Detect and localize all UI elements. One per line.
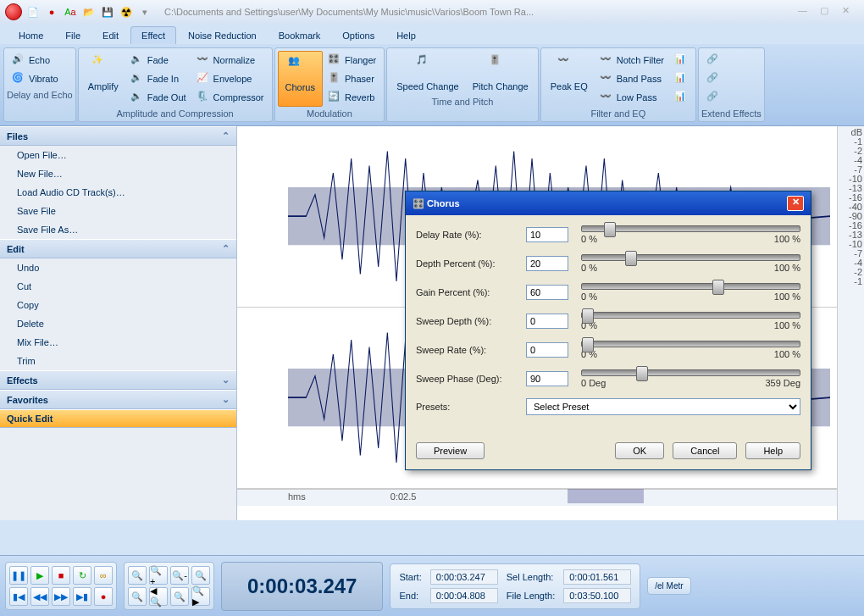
zoom-default-button[interactable]: 🔍 [170,587,189,606]
tab-home[interactable]: Home [8,27,53,44]
tab-options[interactable]: Options [332,27,385,44]
sidebar-open-file[interactable]: Open File… [0,146,236,164]
fade-out-button[interactable]: 🔈Fade Out [125,88,191,107]
play-loop-button[interactable]: ↻ [73,566,91,585]
zoom-out-button[interactable]: 🔍- [170,566,189,585]
flanger-button[interactable]: 🎛️Flanger [323,51,381,69]
peak-eq-button[interactable]: 〰️Peak EQ [544,51,595,107]
envelope-button[interactable]: 📈Envelope [191,69,269,88]
rewind-button[interactable]: ◀◀ [30,587,49,606]
zoom-v-button[interactable]: 🔍 [128,587,147,606]
zoom-fit-button[interactable]: 🔍 [191,566,210,585]
dlg-input-1[interactable] [526,256,568,271]
help-button[interactable]: Help [745,442,800,459]
sidebar-save-file[interactable]: Save File [0,202,236,220]
reverb-button[interactable]: 🔄Reverb [323,88,381,107]
zoom-left-button[interactable]: ◀🔍 [149,587,168,606]
sidebar-effects-header[interactable]: Effects⌄ [0,370,236,390]
normalize-button[interactable]: 〰️Normalize [191,51,269,69]
pitch-change-button[interactable]: 🎚️Pitch Change [466,51,535,95]
slider-thumb-3[interactable] [582,308,594,324]
new-file-icon[interactable]: 📄 [25,4,41,19]
filter-extra3-button[interactable]: 📊 [669,88,693,107]
extend-1-button[interactable]: 🔗 [701,51,762,69]
chorus-button[interactable]: 👥Chorus [278,51,323,107]
tab-noise-reduction[interactable]: Noise Reduction [178,27,267,44]
sidebar-copy[interactable]: Copy [0,296,236,314]
sidebar-undo[interactable]: Undo [0,258,236,277]
sidebar-quick-edit-header[interactable]: Quick Edit [0,409,236,428]
play-button[interactable]: ▶ [30,566,49,585]
sidebar-new-file[interactable]: New File… [0,164,236,183]
sidebar-cut[interactable]: Cut [0,277,236,296]
echo-button[interactable]: 🔊Echo [7,51,73,69]
ok-button[interactable]: OK [615,442,664,459]
filter-extra2-button[interactable]: 📊 [669,69,693,88]
sidebar-trim[interactable]: Trim [0,352,236,370]
fade-in-button[interactable]: 🔉Fade In [125,69,191,88]
dlg-slider-5[interactable] [581,369,800,376]
slider-thumb-0[interactable] [604,222,616,237]
speed-change-button[interactable]: 🎵Speed Change [390,51,465,95]
presets-select[interactable]: Select Preset [526,398,800,415]
filter-extra1-button[interactable]: 📊 [669,51,693,69]
dlg-slider-3[interactable] [581,312,800,319]
extend-3-button[interactable]: 🔗 [701,88,762,107]
save-icon[interactable]: 💾 [100,4,115,19]
maximize-button[interactable]: ▢ [820,5,837,19]
dlg-input-4[interactable] [526,342,568,358]
compressor-button[interactable]: 🗜️Compressor [191,88,269,107]
minimize-button[interactable]: — [798,5,815,19]
slider-thumb-1[interactable] [625,251,637,266]
amplify-button[interactable]: ✨Amplify [81,51,125,107]
stop-button[interactable]: ■ [52,566,70,585]
dlg-input-0[interactable] [526,227,568,242]
tab-effect[interactable]: Effect [130,26,176,44]
close-button[interactable]: ✕ [842,5,859,19]
vibrato-button[interactable]: 🌀Vibrato [7,69,73,88]
phaser-button[interactable]: 🎚️Phaser [323,69,381,88]
record-icon[interactable]: ● [44,4,59,19]
dlg-input-3[interactable] [526,314,568,329]
band-pass-button[interactable]: 〰️Band Pass [595,69,669,88]
slider-thumb-4[interactable] [582,337,594,352]
text-style-icon[interactable]: Aa [63,4,78,19]
low-pass-button[interactable]: 〰️Low Pass [595,88,669,107]
loop-button[interactable]: ∞ [94,566,113,585]
slider-thumb-2[interactable] [712,280,724,295]
sidebar-save-as[interactable]: Save File As… [0,220,236,239]
fade-button[interactable]: 🔈Fade [125,51,191,69]
open-folder-icon[interactable]: 📂 [81,4,97,19]
forward-button[interactable]: ▶▶ [52,587,70,606]
tab-file[interactable]: File [55,27,91,44]
tab-help[interactable]: Help [386,27,426,44]
sidebar-files-header[interactable]: Files⌃ [0,126,236,146]
zoom-sel-button[interactable]: 🔍 [128,566,147,585]
dlg-slider-2[interactable] [581,283,800,290]
notch-filter-button[interactable]: 〰️Notch Filter [595,51,669,69]
tab-bookmark[interactable]: Bookmark [269,27,331,44]
dlg-slider-4[interactable] [581,341,800,347]
dlg-input-2[interactable] [526,285,568,300]
dlg-slider-0[interactable] [581,225,800,232]
burn-icon[interactable]: ☢️ [119,4,134,19]
dlg-input-5[interactable] [526,371,568,386]
sidebar-edit-header[interactable]: Edit⌃ [0,239,236,258]
sidebar-favorites-header[interactable]: Favorites⌄ [0,390,236,409]
sidebar-load-cd[interactable]: Load Audio CD Track(s)… [0,183,236,202]
skip-start-button[interactable]: ▮◀ [9,587,28,606]
pause-button[interactable]: ❚❚ [9,566,28,585]
slider-thumb-5[interactable] [636,366,648,381]
record-button[interactable]: ● [94,587,113,606]
dialog-titlebar[interactable]: 🎛️ Chorus ✕ [406,191,811,215]
sidebar-mix-file[interactable]: Mix File… [0,333,236,352]
tab-edit[interactable]: Edit [92,27,129,44]
skip-end-button[interactable]: ▶▮ [73,587,91,606]
extend-2-button[interactable]: 🔗 [701,69,762,88]
preview-button[interactable]: Preview [416,442,485,459]
dialog-close-button[interactable]: ✕ [787,196,804,211]
zoom-right-button[interactable]: 🔍▶ [191,587,210,606]
dropdown-icon[interactable]: ▾ [137,4,152,19]
dlg-slider-1[interactable] [581,254,800,261]
cancel-button[interactable]: Cancel [673,442,737,459]
